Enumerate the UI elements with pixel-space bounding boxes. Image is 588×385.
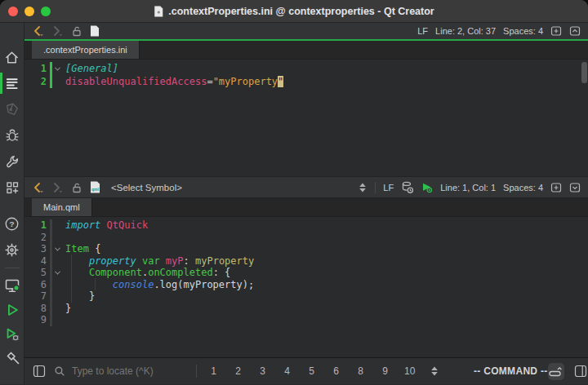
tab-main-qml[interactable]: Main.qml: [32, 198, 92, 216]
window-title: .contextProperties.ini @ contextproperti…: [168, 6, 434, 17]
title-document-icon: [154, 6, 163, 17]
mode-extensions-button[interactable]: [0, 175, 24, 201]
eol-indicator[interactable]: LF: [417, 26, 428, 36]
close-split-down-button[interactable]: [569, 182, 581, 193]
output-pane-button-8[interactable]: 8: [355, 365, 366, 377]
code-text: disableUnqualifiedAccess="myProperty": [65, 75, 283, 88]
line-col-indicator[interactable]: Line: 1, Col: 1: [440, 183, 496, 192]
code-line[interactable]: 7 }: [24, 290, 588, 303]
fold-column: [52, 290, 63, 303]
output-pane-button-1[interactable]: 1: [208, 365, 219, 377]
line-col-indicator[interactable]: Line: 2, Col: 37: [435, 26, 496, 36]
close-window-button[interactable]: [8, 7, 18, 16]
kit-monitor-icon: [4, 277, 20, 294]
extensions-icon: [5, 180, 20, 195]
fold-column: [52, 75, 63, 88]
fold-marker-icon[interactable]: [52, 267, 63, 279]
code-text: Component.onCompleted: {: [65, 267, 230, 279]
code-line[interactable]: 3Item {: [24, 243, 588, 255]
spaces-indicator[interactable]: Spaces: 4: [503, 183, 543, 192]
output-pane-button-4[interactable]: 4: [282, 365, 292, 377]
code-line[interactable]: 5 Component.onCompleted: {: [24, 267, 588, 279]
back-button[interactable]: [32, 25, 44, 37]
line-number: 6: [24, 279, 47, 291]
help-icon: ?: [4, 216, 20, 232]
code-line[interactable]: 8}: [24, 303, 588, 315]
output-pane-button-2[interactable]: 2: [233, 365, 243, 377]
code-line[interactable]: 1[General]: [24, 62, 588, 75]
settings-button[interactable]: [0, 237, 24, 263]
close-split-up-button[interactable]: [569, 25, 581, 37]
code-line[interactable]: 6 console.log(myProperty);: [24, 279, 588, 291]
fold-column: [52, 255, 63, 268]
qt-creator-window: .contextProperties.ini @ contextproperti…: [0, 0, 588, 385]
code-line[interactable]: 4 property var myP: myProperty: [24, 255, 588, 268]
editor-qml[interactable]: 1import QtQuick23Item {4 property var my…: [24, 217, 588, 357]
symbol-selector[interactable]: <Select Symbol>: [111, 183, 182, 192]
code-text: [General]: [65, 62, 118, 75]
fullscreen-window-button[interactable]: [41, 7, 51, 16]
eol-indicator[interactable]: LF: [383, 183, 394, 192]
scrollbar-thumb[interactable]: [581, 62, 587, 83]
forward-button[interactable]: [51, 25, 64, 37]
run-button[interactable]: [0, 298, 24, 322]
bug-icon: [5, 128, 20, 143]
tab-contextproperties-ini[interactable]: .contextProperties.ini: [32, 41, 140, 59]
code-text: }: [65, 303, 71, 315]
progress-details-button[interactable]: [548, 363, 564, 380]
code-text: }: [65, 290, 95, 303]
spaces-indicator[interactable]: Spaces: 4: [503, 26, 543, 36]
mode-projects-button[interactable]: [0, 148, 24, 175]
qml-preview-button[interactable]: [421, 181, 433, 193]
statusbar: 1234568910 -- COMMAND --: [24, 357, 588, 384]
svg-text:qml: qml: [91, 187, 100, 192]
split-editor-button[interactable]: [550, 25, 562, 37]
traffic-lights: [8, 7, 51, 16]
fold-column: [52, 303, 63, 315]
output-pane-button-5[interactable]: 5: [306, 365, 317, 377]
symbol-updown-icon[interactable]: [358, 182, 368, 193]
fold-marker-icon[interactable]: [52, 243, 63, 255]
fold-column: [52, 232, 63, 244]
locator-input[interactable]: [70, 365, 185, 378]
debug-run-button[interactable]: [0, 322, 24, 347]
help-button[interactable]: ?: [0, 210, 24, 237]
line-number: 3: [24, 243, 47, 255]
output-pane-button-6[interactable]: 6: [331, 365, 341, 377]
code-line[interactable]: 9: [24, 314, 588, 326]
editor-ini[interactable]: 1[General]2disableUnqualifiedAccess="myP…: [24, 60, 588, 176]
toggle-right-sidebar-button[interactable]: [574, 365, 587, 378]
file-lock-button[interactable]: [71, 182, 82, 193]
minimize-window-button[interactable]: [24, 7, 34, 16]
tabbar-top: .contextProperties.ini: [24, 41, 588, 60]
mode-welcome-button[interactable]: [0, 44, 24, 70]
mode-edit-button[interactable]: [0, 70, 24, 96]
hammer-icon: [4, 351, 20, 367]
code-text: property var myP: myProperty: [65, 255, 254, 268]
output-pane-button-10[interactable]: 10: [404, 365, 415, 377]
tabbar-bottom: Main.qml: [24, 198, 588, 217]
wrench-icon: [5, 154, 20, 169]
split-editor-button[interactable]: [550, 182, 562, 193]
kit-selector-button[interactable]: [0, 273, 24, 298]
code-line[interactable]: 1import QtQuick: [24, 219, 588, 232]
code-line[interactable]: 2disableUnqualifiedAccess="myProperty": [24, 75, 588, 88]
code-line[interactable]: 2: [24, 232, 588, 244]
file-lock-button[interactable]: [71, 25, 82, 37]
output-panes-updown-icon[interactable]: [430, 365, 439, 377]
toggle-left-sidebar-button[interactable]: [33, 365, 46, 378]
fold-marker-icon[interactable]: [52, 62, 63, 75]
code-model-icon[interactable]: [401, 181, 413, 193]
fold-column: [52, 219, 63, 232]
forward-button[interactable]: [51, 182, 64, 193]
code-text: Item {: [65, 243, 100, 255]
back-button[interactable]: [32, 182, 44, 193]
line-number: 4: [24, 255, 47, 268]
output-pane-button-9[interactable]: 9: [380, 365, 390, 377]
locator-field[interactable]: [54, 365, 185, 378]
build-button[interactable]: [0, 347, 24, 371]
design-pen-icon: [5, 102, 20, 117]
output-pane-button-3[interactable]: 3: [257, 365, 268, 377]
line-number: 2: [24, 232, 47, 244]
mode-debug-button[interactable]: [0, 122, 24, 148]
